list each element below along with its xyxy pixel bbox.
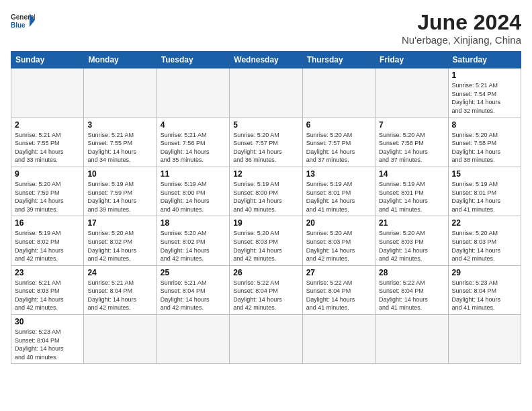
calendar-cell: 23Sunrise: 5:21 AM Sunset: 8:03 PM Dayli…	[11, 265, 84, 314]
calendar-cell: 19Sunrise: 5:20 AM Sunset: 8:03 PM Dayli…	[230, 216, 302, 265]
calendar-cell: 30Sunrise: 5:23 AM Sunset: 8:04 PM Dayli…	[11, 315, 84, 364]
svg-text:Blue: Blue	[11, 21, 26, 29]
logo: General Blue	[11, 11, 35, 30]
week-row-0: 1Sunrise: 5:21 AM Sunset: 7:54 PM Daylig…	[11, 68, 521, 118]
calendar-cell: 25Sunrise: 5:21 AM Sunset: 8:04 PM Dayli…	[157, 265, 229, 314]
day-info: Sunrise: 5:19 AM Sunset: 7:59 PM Dayligh…	[87, 180, 152, 214]
calendar-cell	[84, 315, 157, 364]
day-info: Sunrise: 5:20 AM Sunset: 8:02 PM Dayligh…	[161, 229, 226, 263]
day-info: Sunrise: 5:20 AM Sunset: 7:57 PM Dayligh…	[306, 131, 371, 165]
location: Nu'erbage, Xinjiang, China	[402, 34, 521, 46]
day-number: 30	[15, 317, 80, 326]
day-info: Sunrise: 5:20 AM Sunset: 8:03 PM Dayligh…	[379, 229, 444, 263]
day-number: 7	[379, 120, 444, 130]
day-info: Sunrise: 5:19 AM Sunset: 8:00 PM Dayligh…	[233, 180, 298, 214]
calendar-cell: 18Sunrise: 5:20 AM Sunset: 8:02 PM Dayli…	[157, 216, 229, 265]
calendar-cell: 12Sunrise: 5:19 AM Sunset: 8:00 PM Dayli…	[230, 167, 302, 216]
weekday-header-row: SundayMondayTuesdayWednesdayThursdayFrid…	[11, 52, 521, 68]
day-info: Sunrise: 5:22 AM Sunset: 8:04 PM Dayligh…	[233, 279, 298, 312]
day-number: 18	[161, 218, 226, 228]
day-number: 20	[306, 218, 371, 228]
weekday-header-sunday: Sunday	[11, 52, 84, 68]
calendar-cell: 5Sunrise: 5:20 AM Sunset: 7:57 PM Daylig…	[230, 118, 302, 167]
weekday-header-saturday: Saturday	[448, 52, 521, 68]
day-info: Sunrise: 5:21 AM Sunset: 7:55 PM Dayligh…	[87, 131, 152, 165]
calendar-cell: 21Sunrise: 5:20 AM Sunset: 8:03 PM Dayli…	[375, 216, 448, 265]
day-number: 22	[452, 218, 517, 228]
calendar-cell: 9Sunrise: 5:20 AM Sunset: 7:59 PM Daylig…	[11, 167, 84, 216]
day-info: Sunrise: 5:20 AM Sunset: 7:57 PM Dayligh…	[233, 131, 298, 165]
day-number: 14	[379, 169, 444, 179]
calendar-cell: 17Sunrise: 5:20 AM Sunset: 8:02 PM Dayli…	[84, 216, 157, 265]
calendar-cell	[375, 315, 448, 364]
calendar-cell	[230, 315, 302, 364]
day-info: Sunrise: 5:19 AM Sunset: 8:00 PM Dayligh…	[161, 180, 226, 214]
day-number: 17	[87, 218, 152, 228]
calendar-cell: 26Sunrise: 5:22 AM Sunset: 8:04 PM Dayli…	[230, 265, 302, 314]
day-number: 5	[233, 120, 298, 130]
calendar-cell	[302, 68, 375, 118]
calendar-cell: 15Sunrise: 5:19 AM Sunset: 8:01 PM Dayli…	[448, 167, 521, 216]
day-number: 1	[452, 71, 517, 80]
day-info: Sunrise: 5:21 AM Sunset: 8:04 PM Dayligh…	[87, 279, 152, 312]
day-info: Sunrise: 5:21 AM Sunset: 8:03 PM Dayligh…	[15, 279, 80, 312]
day-info: Sunrise: 5:23 AM Sunset: 8:04 PM Dayligh…	[452, 279, 517, 312]
calendar-cell: 14Sunrise: 5:19 AM Sunset: 8:01 PM Dayli…	[375, 167, 448, 216]
title-block: June 2024 Nu'erbage, Xinjiang, China	[402, 11, 521, 46]
week-row-2: 9Sunrise: 5:20 AM Sunset: 7:59 PM Daylig…	[11, 167, 521, 216]
day-info: Sunrise: 5:21 AM Sunset: 7:54 PM Dayligh…	[452, 81, 517, 115]
calendar-cell: 2Sunrise: 5:21 AM Sunset: 7:55 PM Daylig…	[11, 118, 84, 167]
calendar-cell	[302, 315, 375, 364]
day-number: 11	[161, 169, 226, 179]
calendar-cell: 20Sunrise: 5:20 AM Sunset: 8:03 PM Dayli…	[302, 216, 375, 265]
calendar-cell: 29Sunrise: 5:23 AM Sunset: 8:04 PM Dayli…	[448, 265, 521, 314]
header: General Blue June 2024 Nu'erbage, Xinjia…	[11, 11, 521, 46]
day-info: Sunrise: 5:20 AM Sunset: 8:02 PM Dayligh…	[87, 229, 152, 263]
day-number: 6	[306, 120, 371, 130]
weekday-header-friday: Friday	[375, 52, 448, 68]
day-info: Sunrise: 5:20 AM Sunset: 8:03 PM Dayligh…	[452, 229, 517, 263]
day-number: 2	[15, 120, 80, 130]
day-number: 21	[379, 218, 444, 228]
calendar-cell: 24Sunrise: 5:21 AM Sunset: 8:04 PM Dayli…	[84, 265, 157, 314]
day-info: Sunrise: 5:20 AM Sunset: 7:58 PM Dayligh…	[379, 131, 444, 165]
calendar-cell	[230, 68, 302, 118]
calendar-cell: 10Sunrise: 5:19 AM Sunset: 7:59 PM Dayli…	[84, 167, 157, 216]
day-info: Sunrise: 5:21 AM Sunset: 7:56 PM Dayligh…	[161, 131, 226, 165]
calendar-cell: 11Sunrise: 5:19 AM Sunset: 8:00 PM Dayli…	[157, 167, 229, 216]
weekday-header-monday: Monday	[84, 52, 157, 68]
calendar-cell	[11, 68, 84, 118]
generalblue-logo-icon: General Blue	[11, 11, 35, 30]
calendar-cell: 4Sunrise: 5:21 AM Sunset: 7:56 PM Daylig…	[157, 118, 229, 167]
day-info: Sunrise: 5:20 AM Sunset: 8:03 PM Dayligh…	[233, 229, 298, 263]
month-title: June 2024	[402, 11, 521, 34]
week-row-4: 23Sunrise: 5:21 AM Sunset: 8:03 PM Dayli…	[11, 265, 521, 314]
day-number: 4	[161, 120, 226, 130]
day-info: Sunrise: 5:20 AM Sunset: 7:59 PM Dayligh…	[15, 180, 80, 214]
calendar-cell: 27Sunrise: 5:22 AM Sunset: 8:04 PM Dayli…	[302, 265, 375, 314]
weekday-header-tuesday: Tuesday	[157, 52, 229, 68]
week-row-5: 30Sunrise: 5:23 AM Sunset: 8:04 PM Dayli…	[11, 315, 521, 364]
calendar-cell	[157, 315, 229, 364]
calendar-cell	[157, 68, 229, 118]
day-number: 15	[452, 169, 517, 179]
day-number: 19	[233, 218, 298, 228]
day-number: 10	[87, 169, 152, 179]
calendar-cell	[84, 68, 157, 118]
day-number: 26	[233, 268, 298, 277]
day-number: 12	[233, 169, 298, 179]
day-number: 24	[87, 268, 152, 277]
day-number: 28	[379, 268, 444, 277]
calendar-cell: 8Sunrise: 5:20 AM Sunset: 7:58 PM Daylig…	[448, 118, 521, 167]
calendar-cell: 22Sunrise: 5:20 AM Sunset: 8:03 PM Dayli…	[448, 216, 521, 265]
day-info: Sunrise: 5:20 AM Sunset: 7:58 PM Dayligh…	[452, 131, 517, 165]
day-info: Sunrise: 5:21 AM Sunset: 8:04 PM Dayligh…	[161, 279, 226, 312]
day-info: Sunrise: 5:23 AM Sunset: 8:04 PM Dayligh…	[15, 328, 80, 361]
day-info: Sunrise: 5:22 AM Sunset: 8:04 PM Dayligh…	[379, 279, 444, 312]
weekday-header-thursday: Thursday	[302, 52, 375, 68]
day-number: 13	[306, 169, 371, 179]
calendar-cell: 3Sunrise: 5:21 AM Sunset: 7:55 PM Daylig…	[84, 118, 157, 167]
calendar-cell	[375, 68, 448, 118]
calendar-cell: 13Sunrise: 5:19 AM Sunset: 8:01 PM Dayli…	[302, 167, 375, 216]
day-number: 27	[306, 268, 371, 277]
